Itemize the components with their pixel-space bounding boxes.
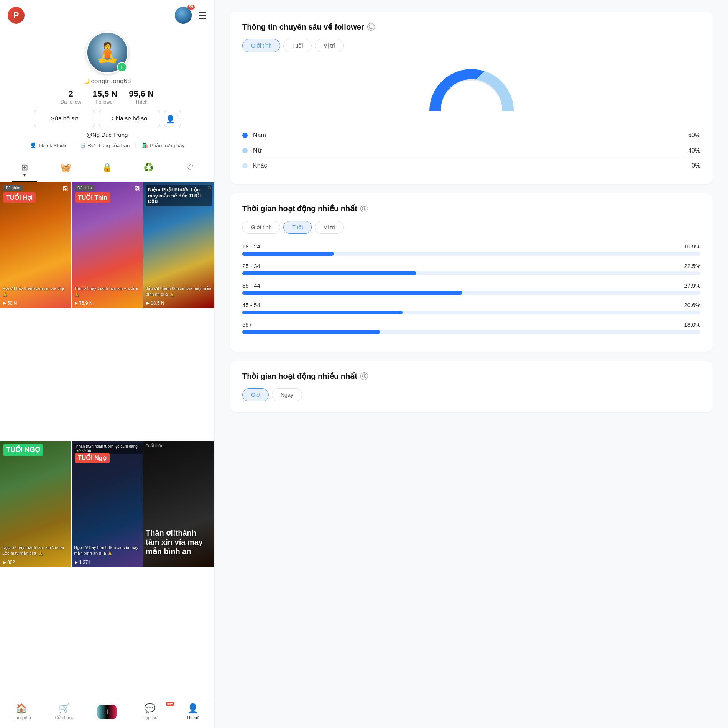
filter-gender[interactable]: Giới tính xyxy=(242,39,280,52)
video-5-title: TUỔI Ngọ xyxy=(75,453,110,463)
video-grid: Đã ghim TUỔI Hợi 🖼 Hợi ơi! hãy thành tâm… xyxy=(0,182,214,700)
age-bar-18-24: 18 - 24 10.9% xyxy=(242,243,700,256)
video-1-views: ▶ 50 N xyxy=(3,301,17,306)
share-profile-button[interactable]: Chia sẻ hồ sơ xyxy=(99,110,160,127)
tab-lock[interactable]: 🔒 xyxy=(87,159,128,182)
legend-other: Khác 0% xyxy=(242,158,700,173)
follower-section-title: Thông tin chuyên sâu về follower ⓘ xyxy=(242,22,700,31)
tab-heart[interactable]: ♡ xyxy=(169,159,210,182)
add-friend-button[interactable]: 👤+ xyxy=(164,110,181,127)
video-6-tag: Tuổi thân xyxy=(146,444,212,449)
camera-icon-2: 🖼 xyxy=(134,185,140,191)
legend-male: Nam 60% xyxy=(242,128,700,143)
activity-1-info-icon[interactable]: ⓘ xyxy=(360,205,368,212)
nav-home[interactable]: 🏠 Trang chủ xyxy=(0,703,43,720)
age-bar-25-34: 25 - 34 22.5% xyxy=(242,263,700,275)
create-button[interactable]: + xyxy=(97,705,117,719)
tiktok-studio-icon: 👤 xyxy=(30,142,36,148)
lock-icon: 🔒 xyxy=(102,163,112,173)
orders-link[interactable]: 🛒 Đơn hàng của bạn xyxy=(80,142,130,149)
follower-info-icon[interactable]: ⓘ xyxy=(367,23,375,31)
profile-section: + 🌙 congtruong68 2 Đã follow 15,5 N Foll… xyxy=(0,28,214,159)
video-5-subtitle: Ngọ ơi! hãy thành tâm xin vía may mắn bì… xyxy=(74,545,140,556)
video-2-views: ▶ 75,9 N xyxy=(75,301,92,306)
filter-location[interactable]: Vị trí xyxy=(315,39,344,52)
video-item-1[interactable]: Đã ghim TUỔI Hợi 🖼 Hợi ơi! hãy thành tâm… xyxy=(0,182,71,308)
donut-chart-container xyxy=(242,61,700,119)
video-1-subtitle: Hợi ơi! hãy thành tâm xin vía đi ạ 🙏 xyxy=(2,286,69,297)
nav-inbox[interactable]: 💬 99+ Hộp thư xyxy=(128,703,171,720)
donut-chart xyxy=(422,61,521,119)
video-4-views: ▶ 802 xyxy=(3,560,15,565)
profile-nav-icon: 👤 xyxy=(187,703,199,714)
age-bar-55plus: 55+ 18.0% xyxy=(242,321,700,334)
tab-heart-comment[interactable]: ♻️ xyxy=(128,159,169,182)
filter-day[interactable]: Ngày xyxy=(272,388,302,401)
top-bar-right: 99 ☰ xyxy=(175,7,207,24)
age-bar-list: 18 - 24 10.9% 25 - 34 22.5% 35 - 44 xyxy=(242,243,700,334)
activity-2-info-icon[interactable]: ⓘ xyxy=(360,372,368,380)
female-dot xyxy=(242,148,248,153)
notification-avatar[interactable]: 99 xyxy=(175,7,192,24)
donut-male xyxy=(429,69,485,111)
video-5-views: ▶ 1.371 xyxy=(75,560,90,565)
activity-2-title: Thời gian hoạt động nhiều nhất ⓘ xyxy=(242,371,700,381)
play-icon-3: ▶ xyxy=(146,301,150,305)
follower-filter-tabs: Giới tính Tuổi Vị trí xyxy=(242,39,700,52)
top-bar-left: P xyxy=(8,7,25,24)
tab-videos[interactable]: ⊞ ▾ xyxy=(4,159,45,182)
showcase-link[interactable]: 🛍️ Phần trưng bày xyxy=(142,142,184,149)
video-5-overlay: TUỔI Ngọ xyxy=(72,453,143,463)
video-item-2[interactable]: Đã ghim TUỔI Thìn 🖼 Thìn ơi! hãy thành t… xyxy=(72,182,143,308)
tab-basket[interactable]: 🧺 xyxy=(45,159,87,182)
play-icon-4: ▶ xyxy=(3,560,6,564)
inbox-badge: 99+ xyxy=(166,702,174,706)
pinned-badge-2: Đã ghim xyxy=(75,185,94,191)
top-bar: P 99 ☰ xyxy=(0,0,214,28)
nav-create[interactable]: + xyxy=(86,703,129,720)
video-item-3[interactable]: ⧉ Niệm Phật Phước Lộc may mắn sẽ đến TUỔ… xyxy=(143,182,214,308)
other-dot xyxy=(242,163,248,168)
video-1-title: TUỔI Hợi xyxy=(3,192,36,203)
grid-icon: ⊞ xyxy=(21,163,28,173)
bottom-nav: 🏠 Trang chủ 🛒 Cửa hàng + 💬 99+ Hộp thư 👤… xyxy=(0,700,214,728)
activity-1-filter-tabs: Giới tính Tuổi Vị trí xyxy=(242,221,700,234)
username: 🌙 congtruong68 xyxy=(84,77,131,85)
tiktok-studio-link[interactable]: 👤 TikTok Studio xyxy=(30,142,68,149)
edit-profile-button[interactable]: Sửa hồ sơ xyxy=(34,110,95,127)
stats-row: 2 Đã follow 15,5 N Follower 95,6 N Thích xyxy=(61,89,154,105)
male-dot xyxy=(242,133,248,138)
likes-stat: 95,6 N Thích xyxy=(129,89,154,105)
right-panel: Thông tin chuyên sâu về follower ⓘ Giới … xyxy=(215,0,728,728)
video-1-overlay: Đã ghim TUỔI Hợi xyxy=(0,185,71,203)
activity-1-filter-age[interactable]: Tuổi xyxy=(283,221,312,234)
video-item-6[interactable]: Tuổi thân Thân ơi!thành tâm xin vía may … xyxy=(143,441,214,567)
moon-icon: 🌙 xyxy=(84,79,90,84)
video-item-5[interactable]: nhân thần hoàn tu xin lộc cầm đang về sẽ… xyxy=(72,441,143,567)
video-3-views: ▶ 18,5 N xyxy=(146,301,164,306)
content-tabs: ⊞ ▾ 🧺 🔒 ♻️ ♡ xyxy=(0,159,214,182)
heart-icon: ♡ xyxy=(186,163,194,173)
pinned-badge-1: Đã ghim xyxy=(3,185,23,191)
video-2-overlay: Đã ghim TUỔI Thìn xyxy=(72,185,143,203)
filter-hour[interactable]: Giờ xyxy=(242,388,269,401)
add-photo-button[interactable]: + xyxy=(117,62,127,72)
nav-shop[interactable]: 🛒 Cửa hàng xyxy=(43,703,86,720)
video-4-title: TUỔI NGỌ xyxy=(3,444,43,456)
shop-nav-icon: 🛒 xyxy=(59,703,70,714)
follower-stat: 15,5 N Follower xyxy=(92,89,117,105)
hamburger-icon[interactable]: ☰ xyxy=(198,10,207,21)
cart-icon: 🛒 xyxy=(80,142,87,148)
activity-section-2: Thời gian hoạt động nhiều nhất ⓘ Giờ Ngà… xyxy=(230,361,713,412)
age-fill-25-34 xyxy=(242,271,416,275)
camera-icon-1: 🖼 xyxy=(62,185,68,191)
play-icon-2: ▶ xyxy=(75,301,78,305)
activity-section-1: Thời gian hoạt động nhiều nhất ⓘ Giới tí… xyxy=(230,193,713,352)
filter-age[interactable]: Tuổi xyxy=(283,39,312,52)
age-fill-35-44 xyxy=(242,291,462,295)
nav-profile[interactable]: 👤 Hồ sơ xyxy=(171,703,214,720)
video-item-4[interactable]: TUỔI NGỌ Ngọ ơi! hãy thành tâm xin Vía t… xyxy=(0,441,71,567)
activity-1-filter-gender[interactable]: Giới tính xyxy=(242,221,280,234)
activity-1-filter-location[interactable]: Vị trí xyxy=(315,221,344,234)
quick-links: 👤 TikTok Studio | 🛒 Đơn hàng của bạn | 🛍… xyxy=(26,142,188,149)
